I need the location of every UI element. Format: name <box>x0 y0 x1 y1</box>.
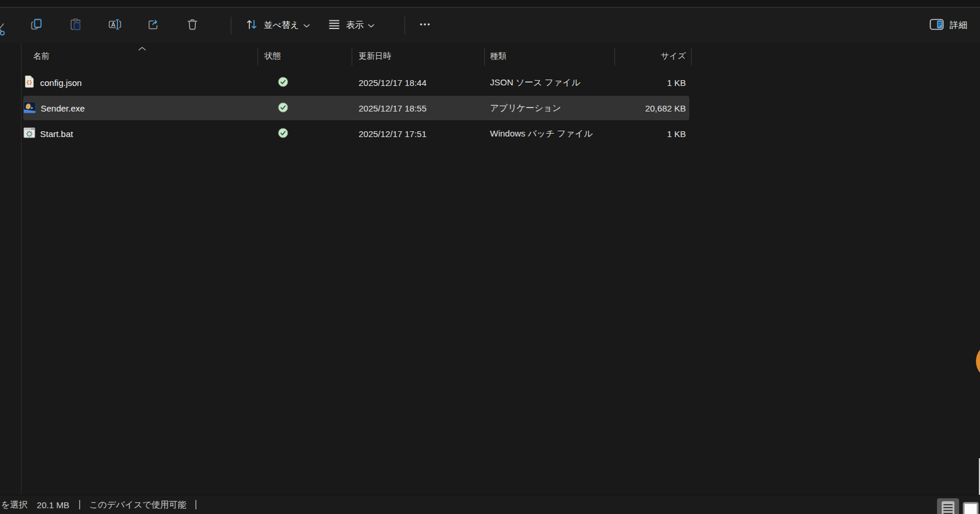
details-view-toggle-button[interactable] <box>937 498 959 514</box>
command-toolbar: A <box>0 8 980 43</box>
status-bar: を選択 20.1 MB このデバイスで使用可能 <box>0 495 980 514</box>
sort-icon <box>245 17 259 33</box>
file-modified: 2025/12/17 18:55 <box>352 103 484 113</box>
selection-size-text: 20.1 MB <box>37 500 69 510</box>
file-size: 20,682 KB <box>614 103 692 113</box>
application-file-icon: > <box>23 101 36 116</box>
svg-text:>: > <box>31 106 33 110</box>
view-lines-icon <box>327 17 341 33</box>
file-modified: 2025/12/17 18:44 <box>352 78 484 88</box>
sort-button[interactable]: 並べ替え <box>239 14 316 37</box>
availability-status-text: このデバイスで使用可能 <box>89 499 186 511</box>
statusbar-divider <box>195 500 196 509</box>
toolbar-separator <box>231 17 231 34</box>
file-type: Windows バッチ ファイル <box>484 128 614 139</box>
sync-available-check-icon <box>278 77 288 89</box>
json-file-icon: {} <box>23 75 35 90</box>
large-thumbnails-icon <box>962 511 979 514</box>
column-resize-handle[interactable] <box>352 48 352 66</box>
column-header-size[interactable]: サイズ <box>614 51 692 62</box>
sort-label: 並べ替え <box>264 20 299 31</box>
sync-available-check-icon <box>278 128 288 140</box>
details-pane-label: 詳細 <box>950 20 967 31</box>
ellipsis-icon <box>419 18 431 33</box>
file-name: Sender.exe <box>41 103 85 113</box>
copy-button[interactable] <box>25 14 48 37</box>
column-header-modified[interactable]: 更新日時 <box>352 51 484 62</box>
file-size: 1 KB <box>614 129 692 139</box>
rename-icon: A <box>107 17 122 33</box>
delete-button[interactable] <box>181 14 204 37</box>
details-pane-icon <box>929 18 945 33</box>
file-type: JSON ソース ファイル <box>484 77 614 88</box>
file-name: Start.bat <box>40 129 73 139</box>
batch-file-icon <box>23 127 35 141</box>
sync-available-check-icon <box>278 102 288 114</box>
details-pane-button[interactable]: 詳細 <box>925 14 972 37</box>
svg-text:{}: {} <box>26 80 32 85</box>
file-type: アプリケーション <box>484 103 614 114</box>
rename-button[interactable]: A <box>103 14 126 37</box>
column-resize-handle[interactable] <box>484 48 485 66</box>
column-resize-handle[interactable] <box>614 48 615 66</box>
file-name: config.json <box>40 78 82 88</box>
view-button[interactable]: 表示 <box>321 14 380 37</box>
column-header-type[interactable]: 種類 <box>484 51 614 62</box>
view-label: 表示 <box>346 20 364 31</box>
more-options-button[interactable] <box>413 14 437 37</box>
sort-ascending-icon <box>138 44 146 53</box>
column-header-status[interactable]: 状態 <box>257 51 352 62</box>
selection-count-text: を選択 <box>1 499 27 511</box>
titlebar-strip <box>0 0 980 8</box>
file-explorer-window: A <box>0 0 980 514</box>
file-row-sender-exe[interactable]: > Sender.exe 2025/12/17 18:55 アプリケーション <box>21 95 692 121</box>
file-modified: 2025/12/17 17:51 <box>352 129 484 139</box>
trash-icon <box>185 17 199 33</box>
cut-icon[interactable] <box>0 21 7 39</box>
paste-button[interactable] <box>64 14 87 37</box>
details-view-icon <box>940 500 956 514</box>
copy-icon <box>30 17 44 33</box>
toolbar-separator <box>405 17 405 34</box>
column-resize-handle[interactable] <box>257 48 258 66</box>
file-size: 1 KB <box>614 78 692 88</box>
large-thumbnails-view-toggle-button[interactable] <box>962 501 979 514</box>
column-header-row: 名前 状態 更新日時 種類 サイズ <box>21 45 692 68</box>
file-rows: {} config.json 2025/12/17 18:44 JSON ソース… <box>21 70 692 146</box>
file-list-area: 名前 状態 更新日時 種類 サイズ {} <box>0 43 980 494</box>
file-row-start-bat[interactable]: Start.bat 2025/12/17 17:51 Windows バッチ フ… <box>21 121 692 146</box>
paste-icon <box>69 17 83 33</box>
share-button[interactable] <box>142 14 165 37</box>
chevron-down-icon <box>368 21 374 30</box>
share-icon <box>146 17 160 33</box>
statusbar-divider <box>79 500 80 509</box>
column-resize-handle[interactable] <box>691 48 692 66</box>
file-row-config-json[interactable]: {} config.json 2025/12/17 18:44 JSON ソース… <box>21 70 692 95</box>
svg-text:A: A <box>111 21 115 28</box>
chevron-down-icon <box>303 21 310 30</box>
